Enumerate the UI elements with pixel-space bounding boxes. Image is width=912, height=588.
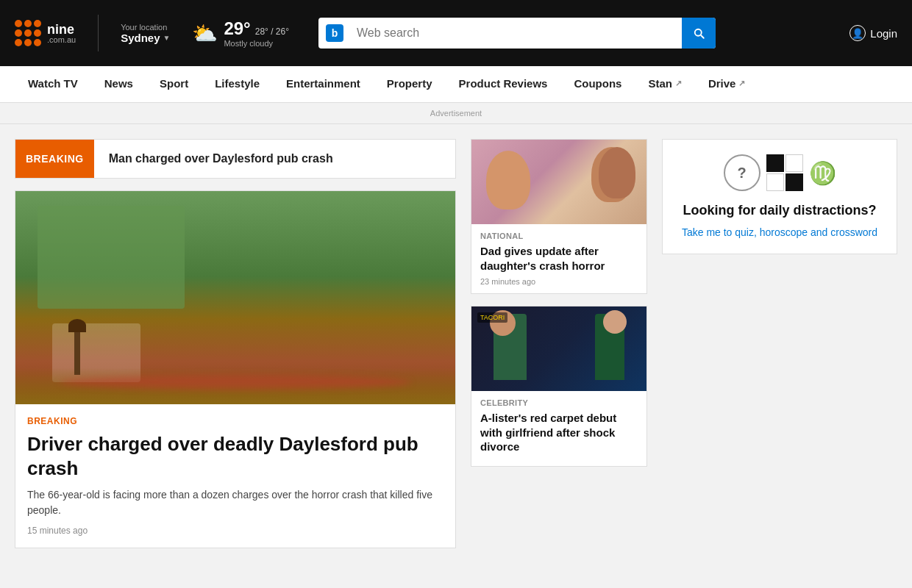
nav-stan[interactable]: Stan ↗ [635, 66, 695, 103]
side-category-2: Celebrity [480, 398, 638, 407]
nav-drive[interactable]: Drive ↗ [695, 66, 759, 103]
main-article-body: BREAKING Driver charged over deadly Dayl… [15, 404, 455, 548]
puzzle-sq-br [785, 173, 803, 191]
puzzle-sq-tl [766, 154, 784, 172]
breaking-banner[interactable]: BREAKING Man charged over Daylesford pub… [15, 139, 456, 179]
side-article-2-body: Celebrity A-lister's red carpet debut wi… [471, 391, 646, 466]
distraction-widget: ? ♍ Looking for daily distractions? Take… [662, 139, 897, 254]
puzzle-sq-tr [785, 154, 803, 172]
side-articles-col: National Dad gives update after daughter… [471, 139, 647, 548]
article-title[interactable]: Driver charged over deadly Daylesford pu… [27, 432, 443, 480]
side-article-2[interactable]: TACORI Celebrity A-lister's red carpet d… [471, 306, 647, 467]
search-button[interactable] [682, 18, 716, 49]
nav-product-reviews[interactable]: Product Reviews [446, 66, 561, 103]
site-header: nine .com.au Your location Sydney ▼ ⛅ 29… [0, 0, 912, 66]
face-left [486, 151, 530, 209]
nav-sport[interactable]: Sport [146, 66, 202, 103]
location-arrow-icon: ▼ [163, 34, 171, 42]
search-bar: b [318, 18, 716, 49]
main-content-col: BREAKING Man charged over Daylesford pub… [15, 139, 456, 548]
article-description: The 66-year-old is facing more than a do… [27, 487, 443, 518]
logo-sub: .com.au [47, 36, 76, 44]
ad-label: Advertisement [430, 109, 482, 118]
side-title-2[interactable]: A-lister's red carpet debut with girlfri… [480, 411, 638, 454]
nav-coupons[interactable]: Coupons [560, 66, 635, 103]
breaking-headline[interactable]: Man charged over Daylesford pub crash [94, 152, 348, 165]
external-link-icon: ↗ [738, 79, 745, 88]
nav-entertainment[interactable]: Entertainment [273, 66, 374, 103]
article-timestamp: 15 minutes ago [27, 526, 443, 536]
location-city: Sydney [121, 32, 160, 44]
login-button[interactable]: 👤 Login [849, 25, 897, 41]
side-time-1: 23 minutes ago [480, 277, 638, 286]
weather-icon: ⛅ [192, 21, 218, 46]
weather-desc: Mostly cloudy [224, 39, 289, 48]
main-article-image [15, 191, 455, 404]
zodiac-icon: ♍ [809, 160, 836, 186]
breaking-tag: BREAKING [15, 140, 94, 178]
main-nav: Watch TV News Sport Lifestyle Entertainm… [0, 66, 912, 103]
header-divider [98, 15, 99, 51]
login-label: Login [870, 27, 897, 40]
side-article-2-image: TACORI [471, 306, 646, 391]
ad-banner: Advertisement [0, 103, 912, 124]
location-label: Your location [121, 23, 170, 32]
bing-logo: b [318, 24, 351, 42]
logo-name: nine [47, 23, 76, 36]
puzzle-sq-bl [766, 173, 784, 191]
main-article-img-placeholder [15, 191, 455, 404]
content-wrapper: BREAKING Man charged over Daylesford pub… [0, 124, 912, 563]
location-selector[interactable]: Sydney ▼ [121, 32, 170, 44]
search-icon [692, 26, 705, 40]
side-article-1-body: National Dad gives update after daughter… [471, 224, 646, 293]
nav-property[interactable]: Property [374, 66, 446, 103]
question-mark-icon: ? [724, 154, 760, 191]
nav-news[interactable]: News [91, 66, 146, 103]
weather-range: 28° / 26° [255, 26, 289, 37]
external-link-icon: ↗ [675, 79, 682, 88]
side-article-1[interactable]: National Dad gives update after daughter… [471, 139, 647, 294]
location-block: Your location Sydney ▼ [121, 23, 170, 44]
weather-temp: 29° [224, 18, 250, 39]
user-icon: 👤 [849, 25, 866, 41]
widget-icons: ? ♍ [677, 154, 882, 191]
weather-block: ⛅ 29° 28° / 26° Mostly cloudy [192, 18, 289, 48]
widget-title: Looking for daily distractions? [677, 203, 882, 218]
side-title-1[interactable]: Dad gives update after daughter's crash … [480, 244, 638, 273]
nav-lifestyle[interactable]: Lifestyle [202, 66, 273, 103]
puzzle-icon [766, 154, 803, 191]
search-input[interactable] [351, 18, 682, 49]
widget-link[interactable]: Take me to quiz, horoscope and crossword [682, 226, 877, 238]
article-tag: BREAKING [27, 416, 443, 426]
main-article: BREAKING Driver charged over deadly Dayl… [15, 190, 456, 548]
bing-icon: b [326, 24, 343, 42]
site-logo[interactable]: nine .com.au [15, 20, 76, 46]
sidebar-widget: ? ♍ Looking for daily distractions? Take… [662, 139, 897, 548]
side-article-1-image [471, 140, 646, 224]
logo-dots [15, 20, 41, 46]
side-category-1: National [480, 232, 638, 240]
nav-watch-tv[interactable]: Watch TV [15, 66, 91, 103]
